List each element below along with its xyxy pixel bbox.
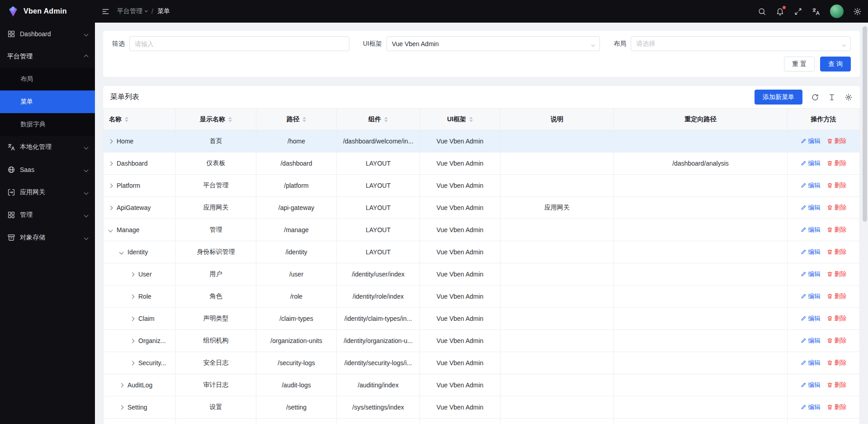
edit-button[interactable]: 编辑 bbox=[801, 381, 821, 389]
sidebar-item-manage[interactable]: 管理 bbox=[0, 204, 95, 226]
sidebar-item-data-dictionary[interactable]: 数据字典 bbox=[0, 113, 95, 136]
edit-button[interactable]: 编辑 bbox=[801, 137, 821, 145]
table-row[interactable]: AuditLog审计日志/audit-logs/auditing/indexVu… bbox=[104, 374, 860, 396]
delete-button[interactable]: 删除 bbox=[827, 204, 847, 212]
delete-button[interactable]: 删除 bbox=[827, 248, 847, 256]
search-icon[interactable] bbox=[758, 7, 766, 16]
sort-icon[interactable] bbox=[228, 117, 232, 122]
edit-button[interactable]: 编辑 bbox=[801, 337, 821, 345]
expand-row-icon[interactable] bbox=[130, 338, 135, 343]
refresh-icon[interactable] bbox=[811, 93, 819, 101]
edit-button[interactable]: 编辑 bbox=[801, 204, 821, 212]
expand-row-icon[interactable] bbox=[119, 405, 124, 410]
expand-row-icon[interactable] bbox=[130, 316, 135, 321]
edit-button[interactable]: 编辑 bbox=[801, 181, 821, 190]
sidebar-item-api-gateway[interactable]: 应用网关 bbox=[0, 181, 95, 204]
edit-button[interactable]: 编辑 bbox=[801, 226, 821, 234]
expand-row-icon[interactable] bbox=[119, 383, 124, 387]
sort-icon[interactable] bbox=[125, 117, 128, 122]
delete-button[interactable]: 删除 bbox=[827, 381, 847, 389]
table-row[interactable]: Role角色/role/identity/role/indexVue Vben … bbox=[104, 286, 860, 308]
sidebar-item-menu[interactable]: 菜单 bbox=[0, 91, 95, 113]
column-header[interactable]: 路径 bbox=[256, 109, 337, 130]
expand-row-icon[interactable] bbox=[130, 272, 135, 276]
delete-button[interactable]: 删除 bbox=[827, 314, 847, 323]
delete-button[interactable]: 删除 bbox=[827, 337, 847, 345]
sort-icon[interactable] bbox=[469, 117, 473, 122]
expand-row-icon[interactable] bbox=[108, 183, 113, 188]
edit-button[interactable]: 编辑 bbox=[801, 248, 821, 256]
delete-button[interactable]: 删除 bbox=[827, 292, 847, 300]
reset-button[interactable]: 重 置 bbox=[784, 57, 815, 71]
delete-button[interactable]: 删除 bbox=[827, 359, 847, 367]
delete-button[interactable]: 删除 bbox=[827, 159, 847, 167]
sidebar-item-dashboard[interactable]: Dashboard bbox=[0, 23, 95, 45]
table-row[interactable]: Home首页/home/dashboard/welcome/in...Vue V… bbox=[104, 130, 860, 152]
collapse-row-icon[interactable] bbox=[119, 250, 124, 254]
cell-component: LAYOUT bbox=[337, 197, 420, 219]
expand-row-icon[interactable] bbox=[130, 294, 135, 299]
expand-row-icon[interactable] bbox=[108, 205, 113, 210]
edit-button[interactable]: 编辑 bbox=[801, 314, 821, 323]
sidebar-item-platform-management[interactable]: 平台管理 bbox=[0, 45, 95, 68]
collapse-row-icon[interactable] bbox=[108, 228, 113, 232]
delete-button[interactable]: 删除 bbox=[827, 403, 847, 411]
row-name: Claim bbox=[138, 315, 155, 322]
table-settings-icon[interactable] bbox=[844, 93, 853, 101]
table-row[interactable]: Organiz...组织机构/organization-units/identi… bbox=[104, 330, 860, 352]
table-row[interactable]: Manage管理/manageLAYOUTVue Vben Admin编辑删除 bbox=[104, 219, 860, 241]
column-header[interactable]: 显示名称 bbox=[176, 109, 256, 130]
edit-button[interactable]: 编辑 bbox=[801, 270, 821, 278]
layout-select[interactable]: 请选择 bbox=[631, 36, 851, 51]
sort-icon[interactable] bbox=[384, 117, 388, 122]
delete-button[interactable]: 删除 bbox=[827, 270, 847, 278]
expand-row-icon[interactable] bbox=[108, 161, 113, 166]
table-row[interactable]: ApiGateway应用网关/api-gatewayLAYOUTVue Vben… bbox=[104, 197, 860, 219]
column-header[interactable]: 名称 bbox=[104, 109, 176, 130]
settings-icon[interactable] bbox=[853, 7, 862, 16]
edit-button[interactable]: 编辑 bbox=[801, 292, 821, 300]
ui-framework-select[interactable]: Vue Vben Admin bbox=[387, 36, 600, 51]
edit-button[interactable]: 编辑 bbox=[801, 359, 821, 367]
bell-icon[interactable] bbox=[776, 7, 784, 16]
logo[interactable]: Vben Admin bbox=[0, 0, 95, 23]
column-header[interactable]: 组件 bbox=[337, 109, 420, 130]
edit-button[interactable]: 编辑 bbox=[801, 159, 821, 167]
query-button[interactable]: 查 询 bbox=[820, 57, 851, 71]
edit-button[interactable]: 编辑 bbox=[801, 403, 821, 411]
translate-icon[interactable] bbox=[812, 7, 821, 16]
delete-button[interactable]: 删除 bbox=[827, 181, 847, 190]
row-height-icon[interactable] bbox=[828, 93, 836, 101]
sidebar-item-layout[interactable]: 布局 bbox=[0, 68, 95, 91]
add-menu-button[interactable]: 添加新菜单 bbox=[755, 90, 802, 105]
row-name: Manage bbox=[117, 226, 140, 233]
table-row[interactable]: Platform平台管理/platformLAYOUTVue Vben Admi… bbox=[104, 175, 860, 197]
delete-button[interactable]: 删除 bbox=[827, 226, 847, 234]
sort-icon[interactable] bbox=[302, 117, 306, 122]
table-row[interactable]: User用户/user/identity/user/indexVue Vben … bbox=[104, 263, 860, 286]
expand-row-icon[interactable] bbox=[130, 361, 135, 365]
sidebar-collapse-icon[interactable] bbox=[101, 7, 110, 16]
table-row[interactable]: Identity身份标识管理/identityLAYOUTVue Vben Ad… bbox=[104, 241, 860, 263]
scrollbar[interactable] bbox=[863, 24, 867, 422]
chevron-up-icon bbox=[84, 54, 89, 59]
delete-icon bbox=[827, 382, 833, 388]
expand-row-icon[interactable] bbox=[108, 139, 113, 143]
table-row[interactable]: Dashboard仪表板/dashboardLAYOUTVue Vben Adm… bbox=[104, 152, 860, 175]
delete-button[interactable]: 删除 bbox=[827, 137, 847, 145]
scrollbar-thumb[interactable] bbox=[863, 26, 867, 222]
cell-path: /role bbox=[256, 286, 337, 308]
sidebar-item-saas[interactable]: Saas bbox=[0, 158, 95, 181]
table-row[interactable]: Setting设置/setting/sys/settings/indexVue … bbox=[104, 396, 860, 419]
table-row[interactable]: Security...安全日志/security-logs/identity/s… bbox=[104, 352, 860, 374]
cell-name: Setting bbox=[104, 396, 176, 419]
sidebar-item-object-storage[interactable]: 对象存储 bbox=[0, 226, 95, 249]
table-row[interactable]: Claim声明类型/claim-types/identity/claim-typ… bbox=[104, 308, 860, 330]
column-header[interactable]: UI框架 bbox=[420, 109, 500, 130]
cell-component: LAYOUT bbox=[337, 152, 420, 175]
breadcrumb-parent[interactable]: 平台管理 bbox=[117, 7, 147, 15]
fullscreen-icon[interactable] bbox=[794, 7, 802, 16]
keyword-input[interactable] bbox=[135, 40, 344, 48]
avatar[interactable] bbox=[830, 5, 844, 18]
sidebar-item-localization[interactable]: 本地化管理 bbox=[0, 136, 95, 158]
